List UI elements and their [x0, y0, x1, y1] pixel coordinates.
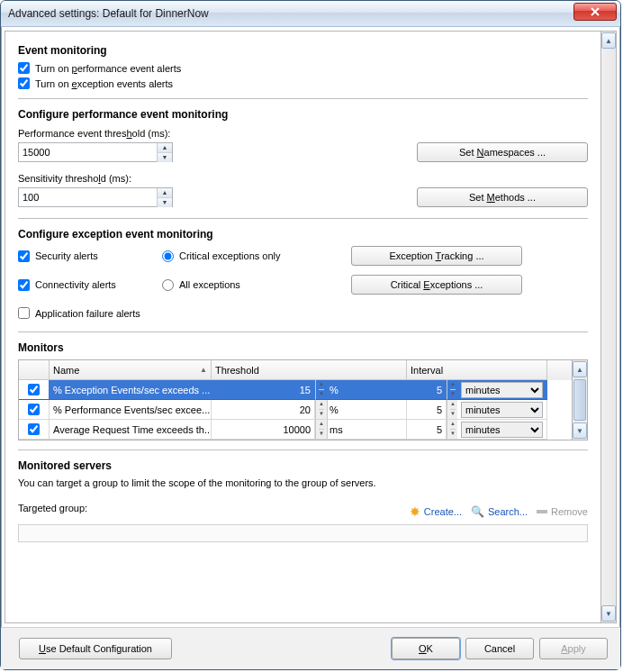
close-button[interactable] — [573, 3, 617, 21]
row-threshold-value[interactable]: 15 — [212, 380, 315, 400]
row-threshold-unit: % — [326, 380, 407, 400]
sun-icon: ✸ — [410, 504, 420, 519]
row-interval-unit-select[interactable]: minutes — [461, 382, 543, 398]
content-area: Event monitoring Turn on performance eve… — [5, 31, 601, 623]
close-icon — [590, 7, 600, 16]
spin-down-icon[interactable]: ▼ — [158, 153, 172, 162]
table-row[interactable]: % Performance Events/sec excee...20▲▼%5▲… — [19, 400, 572, 420]
sensitivity-threshold-field[interactable]: ▲ ▼ — [18, 187, 173, 207]
col-header-name[interactable]: Name ▲ — [50, 360, 212, 380]
row-interval-unit-cell[interactable]: minutes — [457, 380, 547, 400]
checkbox-exception-alerts[interactable] — [18, 77, 30, 89]
spin-down-icon: ▼ — [319, 390, 324, 399]
spinner[interactable]: ▲ ▼ — [157, 143, 172, 162]
divider — [18, 450, 588, 450]
label-perf-alerts: Turn on performance event alerts Turn on… — [35, 63, 181, 74]
spin-down-icon: ▼ — [450, 430, 456, 439]
row-checkbox[interactable] — [28, 423, 40, 435]
search-icon: 🔍 — [471, 505, 484, 518]
col-header-interval[interactable]: Interval — [407, 360, 547, 380]
row-interval-unit-select[interactable]: minutes — [461, 402, 543, 418]
scroll-up-icon[interactable]: ▲ — [573, 361, 587, 377]
ok-button[interactable]: OK — [392, 638, 460, 659]
label-security-alerts: Security alerts — [35, 250, 98, 261]
label-connectivity-alerts: Connectivity alerts — [35, 279, 116, 290]
remove-link: Remove — [537, 506, 588, 517]
row-interval-unit-cell[interactable]: minutes — [457, 400, 547, 420]
col-header-threshold[interactable]: Threshold — [212, 360, 407, 380]
sort-asc-icon: ▲ — [200, 366, 207, 374]
radio-critical-only[interactable] — [162, 250, 174, 262]
sensitivity-threshold-input[interactable] — [19, 190, 157, 204]
set-methods-button[interactable]: Set Methods ... — [417, 187, 588, 207]
scroll-down-icon[interactable]: ▼ — [573, 422, 587, 439]
row-checkbox-cell[interactable] — [19, 400, 50, 420]
divider — [18, 218, 588, 219]
row-interval-value[interactable]: 5 — [407, 420, 447, 440]
checkbox-security-alerts[interactable] — [18, 250, 30, 262]
spin-up-icon: ▲ — [319, 380, 324, 390]
row-interval-value[interactable]: 5 — [407, 380, 447, 400]
dialog-window: Advanced settings: Default for DinnerNow… — [0, 0, 621, 670]
grid-header: Name ▲ Threshold Interval — [19, 360, 572, 380]
row-interval-unit-cell[interactable]: minutes — [457, 420, 547, 440]
spin-up-icon: ▲ — [450, 400, 456, 410]
row-checkbox-cell[interactable] — [19, 420, 50, 440]
spin-up-icon[interactable]: ▲ — [158, 143, 172, 153]
targeted-group-field[interactable] — [18, 524, 588, 542]
radio-all-exceptions[interactable] — [162, 279, 174, 291]
create-link[interactable]: ✸ Create... — [410, 504, 462, 519]
dialog-footer: Use Default Configuration OK Cancel Appl… — [1, 627, 620, 669]
row-threshold-value[interactable]: 20 — [212, 400, 315, 420]
use-default-button[interactable]: Use Default Configuration — [19, 638, 172, 659]
table-row[interactable]: Average Request Time exceeds th...10000▲… — [19, 420, 572, 440]
checkbox-connectivity-alerts[interactable] — [18, 279, 30, 291]
spin-up-icon: ▲ — [319, 420, 324, 430]
set-namespaces-button[interactable]: Set Namespaces ... — [417, 142, 588, 162]
label-targeted-group: Targeted group: — [18, 503, 87, 513]
scroll-down-icon[interactable]: ▼ — [601, 605, 616, 622]
row-threshold-unit: % — [326, 400, 407, 420]
row-threshold-value[interactable]: 10000 — [212, 420, 315, 440]
cancel-button[interactable]: Cancel — [465, 638, 534, 659]
perf-threshold-field[interactable]: ▲ ▼ — [18, 142, 173, 162]
checkbox-perf-alerts[interactable] — [18, 62, 30, 74]
col-header-checkbox[interactable] — [19, 360, 50, 380]
spin-up-icon: ▲ — [450, 380, 456, 390]
row-checkbox-cell[interactable] — [19, 380, 50, 400]
row-interval-unit-select[interactable]: minutes — [461, 422, 543, 438]
row-interval-value[interactable]: 5 — [407, 400, 447, 420]
search-link[interactable]: 🔍 Search... — [471, 505, 528, 518]
row-threshold-unit: ms — [326, 420, 407, 440]
spinner[interactable]: ▲ ▼ — [157, 188, 172, 207]
row-name-cell: % Exception Events/sec exceeds ... — [50, 380, 212, 400]
monitors-grid[interactable]: Name ▲ Threshold Interval % Exception Ev… — [18, 359, 573, 440]
checkbox-appfailure-alerts[interactable] — [18, 307, 30, 319]
section-heading-perf-config: Configure performance event monitoring — [18, 108, 588, 121]
scroll-up-icon[interactable]: ▲ — [601, 32, 616, 49]
spin-down-icon[interactable]: ▼ — [158, 198, 172, 207]
exception-tracking-button[interactable]: Exception Tracking ... — [351, 246, 522, 266]
perf-threshold-input[interactable] — [19, 145, 157, 159]
spin-down-icon: ▼ — [319, 430, 324, 439]
section-heading-exc-config: Configure exception event monitoring — [18, 228, 588, 241]
spin-down-icon: ▼ — [450, 390, 456, 399]
row-checkbox[interactable] — [28, 404, 40, 415]
servers-description: You can target a group to limit the scop… — [18, 477, 588, 488]
titlebar: Advanced settings: Default for DinnerNow — [1, 1, 620, 27]
divider — [18, 98, 588, 99]
content-scrollbar[interactable]: ▲ ▼ — [601, 31, 617, 623]
spin-down-icon: ▼ — [450, 410, 456, 419]
spin-up-icon[interactable]: ▲ — [158, 188, 172, 198]
row-checkbox[interactable] — [28, 384, 40, 395]
label-all-exceptions: All exceptions — [179, 279, 240, 290]
label-perf-threshold: Performance event threshold (ms): — [18, 128, 588, 139]
grid-scrollbar[interactable]: ▲ ▼ — [573, 359, 588, 440]
label-critical-only: Critical exceptions only — [179, 250, 281, 261]
table-row[interactable]: % Exception Events/sec exceeds ...15▲▼%5… — [19, 380, 572, 400]
section-heading-servers: Monitored servers — [18, 459, 588, 472]
critical-exceptions-button[interactable]: Critical Exceptions ... — [351, 275, 522, 295]
dialog-body: Event monitoring Turn on performance eve… — [1, 27, 620, 627]
scroll-thumb[interactable] — [573, 379, 586, 421]
spin-up-icon: ▲ — [319, 400, 324, 410]
